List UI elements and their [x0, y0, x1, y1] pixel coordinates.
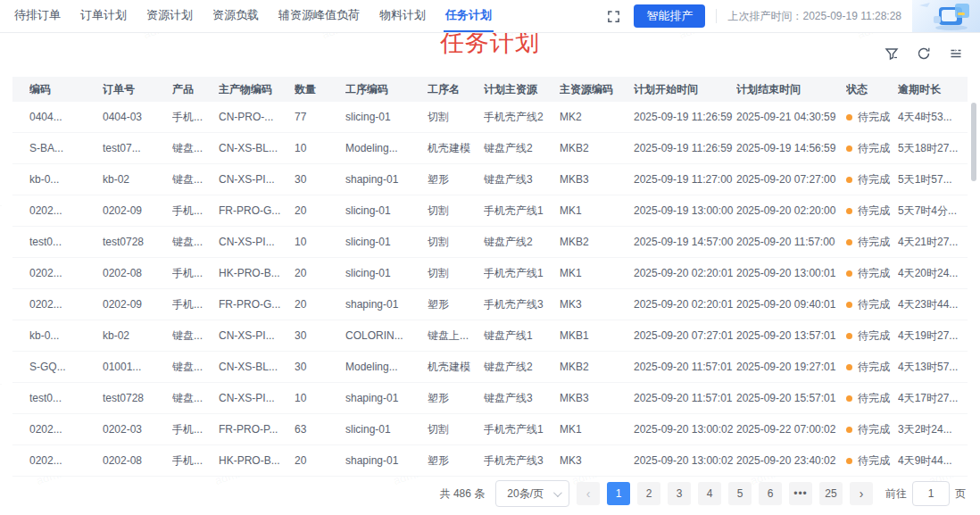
table-cell: MK3 — [560, 298, 634, 311]
refresh-icon[interactable] — [914, 44, 934, 63]
table-cell: 2025-09-20 02:20:01 — [634, 298, 736, 311]
table-cell: 4天13时57... — [898, 360, 960, 375]
table-cell: S-GQ... — [29, 361, 103, 373]
navbar-right: 智能排产 上次排产时间：2025-09-19 11:28:28 — [607, 0, 980, 32]
tab-任务计划[interactable]: 任务计划 — [444, 0, 494, 32]
table-cell: 5天18时27... — [898, 141, 960, 156]
column-header: 数量 — [295, 82, 345, 97]
tab-待排订单[interactable]: 待排订单 — [12, 0, 62, 32]
table-cell: 2025-09-19 11:26:59 — [634, 142, 736, 154]
table-cell: 手机... — [172, 110, 219, 125]
pagination-page-5[interactable]: 5 — [728, 482, 752, 505]
table-row[interactable]: 0202...0202-08手机...HK-PRO-B...20slicing-… — [12, 258, 968, 289]
table-cell: 待完成 — [846, 266, 898, 281]
table-cell: 0202-09 — [103, 204, 172, 217]
status-dot — [846, 208, 852, 214]
table-cell: MK1 — [560, 267, 634, 279]
table-cell: 键盘上... — [428, 328, 484, 344]
vertical-scrollbar[interactable] — [971, 103, 976, 181]
table-cell: kb-0... — [29, 173, 103, 186]
table-cell: CN-XS-PI... — [219, 173, 295, 186]
column-header: 主资源编码 — [560, 82, 634, 97]
status-dot — [846, 395, 852, 402]
table-cell: 0202... — [29, 423, 103, 436]
table-toolbar — [882, 44, 966, 63]
table-row[interactable]: 0202...0202-08手机...HK-PRO-B...20shaping-… — [12, 445, 968, 477]
pagination-page-4[interactable]: 4 — [698, 482, 721, 505]
table-cell: slicing-01 — [345, 267, 428, 279]
pagination-page-2[interactable]: 2 — [637, 482, 660, 505]
table-cell: 2025-09-20 13:57:01 — [736, 329, 846, 342]
table-cell: 2025-09-19 14:57:00 — [634, 236, 736, 248]
table-cell: 2025-09-21 04:30:59 — [736, 111, 846, 123]
table-header: 编码订单号产品主产物编码数量工序编码工序名计划主资源主资源编码计划开始时间计划结… — [12, 77, 968, 102]
table-cell: 手机壳产线3 — [484, 297, 560, 312]
table-cell: 0202... — [29, 204, 103, 217]
column-settings-icon[interactable] — [946, 44, 966, 63]
table-cell: 0202-09 — [103, 298, 172, 311]
column-header: 产品 — [172, 82, 219, 97]
table-row[interactable]: 0202...0202-03手机...FR-PRO-P...63slicing-… — [12, 414, 968, 445]
tab-资源计划[interactable]: 资源计划 — [145, 0, 195, 32]
pagination-page-3[interactable]: 3 — [668, 482, 691, 505]
table-cell: 键盘产线1 — [484, 328, 560, 344]
table-cell: 2025-09-20 15:57:01 — [736, 392, 846, 404]
table-row[interactable]: S-GQ...01001...键盘...CN-XS-BL...30Modelin… — [12, 352, 968, 383]
table-cell: 手机... — [172, 453, 219, 469]
table-cell: 4天17时27... — [898, 391, 960, 406]
smart-schedule-button[interactable]: 智能排产 — [634, 4, 705, 28]
pagination-page-25[interactable]: 25 — [819, 482, 843, 505]
table-row[interactable]: kb-0...kb-02键盘...CN-XS-PI...30COLORIN...… — [12, 320, 968, 352]
tab-辅资源峰值负荷[interactable]: 辅资源峰值负荷 — [277, 0, 361, 32]
page-size-select[interactable]: 20条/页 — [495, 480, 569, 507]
table-cell: 切割 — [428, 235, 484, 250]
status-dot — [846, 427, 852, 433]
task-plan-table: 编码订单号产品主产物编码数量工序编码工序名计划主资源主资源编码计划开始时间计划结… — [12, 77, 968, 477]
table-cell: test07... — [103, 142, 172, 154]
table-cell: 待完成 — [846, 110, 898, 125]
table-row[interactable]: kb-0...kb-02键盘...CN-XS-PI...30shaping-01… — [12, 164, 968, 195]
table-cell: MKB1 — [560, 329, 634, 342]
goto-page-input[interactable] — [912, 481, 950, 506]
table-cell: 30 — [295, 329, 345, 342]
table-cell: 手机壳产线3 — [484, 453, 560, 469]
filter-icon[interactable] — [882, 44, 901, 63]
table-row[interactable]: 0202...0202-09手机...FR-PRO-G...20slicing-… — [12, 195, 968, 227]
table-cell: 键盘产线2 — [484, 141, 560, 156]
table-cell: 4天21时27... — [898, 235, 960, 250]
table-cell: 2025-09-20 02:20:01 — [634, 267, 736, 279]
pagination-more[interactable]: ••• — [789, 482, 812, 505]
table-cell: 待完成 — [846, 297, 898, 312]
table-cell: 20 — [295, 267, 345, 279]
fullscreen-icon[interactable] — [607, 8, 623, 24]
table-cell: Modeling... — [345, 361, 428, 373]
tab-物料计划[interactable]: 物料计划 — [378, 0, 428, 32]
tab-订单计划[interactable]: 订单计划 — [79, 0, 129, 32]
table-cell: 2025-09-20 09:40:01 — [736, 298, 846, 311]
prev-page-button[interactable]: ‹ — [577, 482, 600, 505]
table-cell: test0728 — [103, 392, 172, 404]
table-cell: 待完成 — [846, 141, 898, 156]
table-cell: 0202... — [29, 454, 103, 467]
table-row[interactable]: test0...test0728键盘...CN-XS-PI...10shapin… — [12, 383, 968, 414]
table-cell: 2025-09-20 13:00:02 — [634, 454, 736, 467]
table-cell: 2025-09-20 23:40:02 — [736, 454, 846, 467]
table-row[interactable]: 0202...0202-09手机...FR-PRO-G...20shaping-… — [12, 289, 968, 320]
pagination-page-1[interactable]: 1 — [607, 482, 630, 505]
table-cell: 20 — [295, 298, 345, 311]
table-cell: MKB2 — [560, 361, 634, 373]
table-cell: 手机... — [172, 266, 219, 281]
top-navbar: 待排订单订单计划资源计划资源负载辅资源峰值负荷物料计划任务计划 智能排产 上次排… — [0, 0, 980, 33]
next-page-button[interactable]: › — [850, 482, 873, 505]
table-cell: 塑形 — [428, 297, 484, 312]
tab-资源负载[interactable]: 资源负载 — [211, 0, 261, 32]
table-row[interactable]: 0404...0404-03手机...CN-PRO-...77slicing-0… — [12, 102, 968, 133]
status-dot — [846, 333, 852, 339]
table-row[interactable]: S-BA...test07...键盘...CN-XS-BL...10Modeli… — [12, 133, 968, 164]
column-header: 计划开始时间 — [634, 82, 736, 97]
table-cell: 键盘... — [172, 360, 219, 375]
last-schedule-time: 上次排产时间：2025-09-19 11:28:28 — [727, 9, 901, 24]
pagination-page-6[interactable]: 6 — [759, 482, 782, 505]
table-row[interactable]: test0...test0728键盘...CN-XS-PI...10slicin… — [12, 227, 968, 258]
table-cell: kb-0... — [29, 329, 103, 342]
